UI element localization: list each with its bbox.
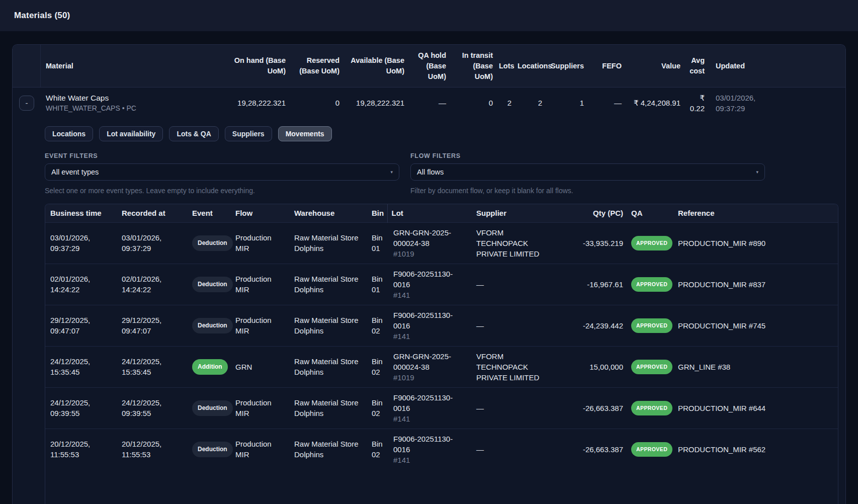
in-transit-value: 0 xyxy=(450,99,497,107)
column-header-qa: QA xyxy=(627,204,674,222)
reference-cell: GRN_LINE #38 xyxy=(674,346,838,387)
column-header-in-transit: In transit (Base UoM) xyxy=(450,50,497,82)
lot-cell: F9006-20251130-0016 #141 xyxy=(387,429,472,470)
recorded-at-cell: 29/12/2025, 09:47:07 xyxy=(118,305,188,346)
bin-cell: Bin 02 xyxy=(368,346,387,387)
qa-status-badge: APPROVED xyxy=(631,236,672,250)
column-header-available: Available (Base UoM) xyxy=(344,55,408,76)
tab-locations[interactable]: Locations xyxy=(45,126,93,141)
updated-value: 03/01/2026, 09:37:29 xyxy=(709,93,774,114)
column-header-updated: Updated xyxy=(709,61,774,71)
flow-filters-help: Filter by document flow, or keep it blan… xyxy=(410,187,765,195)
movements-table: Business time Recorded at Event Flow War… xyxy=(45,204,838,470)
collapse-toggle-button[interactable]: - xyxy=(19,96,34,111)
business-time-cell: 20/12/2025, 11:55:53 xyxy=(45,429,118,470)
warehouse-cell: Raw Material Store Dolphins xyxy=(290,429,368,470)
material-detail-panel: LocationsLot availabilityLots & QASuppli… xyxy=(13,118,845,504)
qa-cell: APPROVED xyxy=(627,305,674,346)
lot-number: F9006-20251130-0016 xyxy=(393,269,468,290)
reference-cell: PRODUCTION_MIR #644 xyxy=(674,387,838,429)
supplier-cell: VFORM TECHNOPACK PRIVATE LIMITED xyxy=(472,346,557,387)
event-filters-help: Select one or more event types. Leave em… xyxy=(45,187,399,195)
qty-cell: -33,935.219 xyxy=(557,222,627,264)
event-badge: Deduction xyxy=(192,235,233,251)
lot-sub-id: #141 xyxy=(393,331,468,342)
material-row: - White Water Caps WHITE_WATER_CAPS • PC… xyxy=(13,87,845,118)
business-time-cell: 29/12/2025, 09:47:07 xyxy=(45,305,118,346)
movements-table-container: Business time Recorded at Event Flow War… xyxy=(45,204,838,504)
reference-cell: PRODUCTION_MIR #890 xyxy=(674,222,838,264)
qa-status-badge: APPROVED xyxy=(631,318,672,333)
warehouse-cell: Raw Material Store Dolphins xyxy=(290,264,368,305)
movement-row: 20/12/2025, 11:55:53 20/12/2025, 11:55:5… xyxy=(45,429,838,470)
qa-status-badge: APPROVED xyxy=(631,277,672,292)
event-cell: Deduction xyxy=(188,387,231,429)
lot-cell: F9006-20251130-0016 #141 xyxy=(387,305,472,346)
movement-row: 02/01/2026, 14:24:22 02/01/2026, 14:24:2… xyxy=(45,264,838,305)
column-header-recorded-at: Recorded at xyxy=(118,204,188,222)
recorded-at-cell: 02/01/2026, 14:24:22 xyxy=(118,264,188,305)
reference-cell: PRODUCTION_MIR #837 xyxy=(674,264,838,305)
fefo-value: — xyxy=(588,99,626,107)
supplier-cell: VFORM TECHNOPACK PRIVATE LIMITED xyxy=(472,222,557,264)
topbar: Materials (50) xyxy=(0,0,858,31)
bin-cell: Bin 02 xyxy=(368,429,387,470)
movement-row: 29/12/2025, 09:47:07 29/12/2025, 09:47:0… xyxy=(45,305,838,346)
on-hand-value: 19,28,222.321 xyxy=(224,99,290,107)
movement-row: 24/12/2025, 09:39:55 24/12/2025, 09:39:5… xyxy=(45,387,838,429)
column-header-qa-hold: QA hold (Base UoM) xyxy=(408,50,450,82)
material-name: White Water Caps xyxy=(46,94,220,103)
flow-cell: GRN xyxy=(231,346,290,387)
movement-row: 03/01/2026, 09:37:29 03/01/2026, 09:37:2… xyxy=(45,222,838,264)
lot-number: F9006-20251130-0016 xyxy=(393,434,468,455)
lot-sub-id: #1019 xyxy=(393,248,468,259)
flow-cell: Production MIR xyxy=(231,429,290,470)
detail-tabs: LocationsLot availabilityLots & QASuppli… xyxy=(45,126,838,141)
lot-number: F9006-20251130-0016 xyxy=(393,310,468,331)
flow-select[interactable]: All flows ▾ xyxy=(410,163,765,181)
flow-cell: Production MIR xyxy=(231,305,290,346)
column-header-qty: Qty (PC) xyxy=(557,204,627,222)
qa-status-badge: APPROVED xyxy=(631,360,672,374)
lot-sub-id: #141 xyxy=(393,290,468,300)
column-header-supplier: Supplier xyxy=(472,204,557,222)
recorded-at-cell: 24/12/2025, 09:39:55 xyxy=(118,387,188,429)
business-time-cell: 02/01/2026, 14:24:22 xyxy=(45,264,118,305)
business-time-cell: 03/01/2026, 09:37:29 xyxy=(45,222,118,264)
qa-status-badge: APPROVED xyxy=(631,401,672,415)
lot-number: GRN-GRN-2025-000024-38 xyxy=(393,227,468,248)
bin-cell: Bin 01 xyxy=(368,264,387,305)
movements-header-row: Business time Recorded at Event Flow War… xyxy=(45,204,838,222)
tab-movements[interactable]: Movements xyxy=(278,126,332,141)
warehouse-cell: Raw Material Store Dolphins xyxy=(290,222,368,264)
supplier-cell: — xyxy=(472,387,557,429)
qa-status-badge: APPROVED xyxy=(631,442,672,457)
flow-cell: Production MIR xyxy=(231,264,290,305)
suppliers-value: 1 xyxy=(546,99,588,107)
locations-value: 2 xyxy=(513,99,546,107)
materials-header-row: Material On hand (Base UoM) Reserved (Ba… xyxy=(13,45,845,87)
flow-filters-label: FLOW FILTERS xyxy=(410,152,765,159)
material-code: WHITE_WATER_CAPS • PC xyxy=(46,104,220,112)
tab-suppliers[interactable]: Suppliers xyxy=(225,126,272,141)
column-header-reserved: Reserved (Base UoM) xyxy=(290,55,344,76)
qty-cell: -24,239.442 xyxy=(557,305,627,346)
business-time-cell: 24/12/2025, 09:39:55 xyxy=(45,387,118,429)
flow-filters-group: FLOW FILTERS All flows ▾ Filter by docum… xyxy=(410,152,765,195)
column-header-suppliers: Suppliers xyxy=(546,61,588,71)
event-type-select[interactable]: All event types ▾ xyxy=(45,163,399,181)
event-badge: Addition xyxy=(192,359,228,375)
lot-cell: F9006-20251130-0016 #141 xyxy=(387,264,472,305)
reference-cell: PRODUCTION_MIR #745 xyxy=(674,305,838,346)
column-header-locations: Locations xyxy=(513,61,546,71)
event-badge: Deduction xyxy=(192,277,233,292)
event-badge: Deduction xyxy=(192,442,233,457)
value-value: ₹ 4,24,208.91 xyxy=(626,99,684,108)
lot-cell: GRN-GRN-2025-000024-38 #1019 xyxy=(387,346,472,387)
tab-lot-availability[interactable]: Lot availability xyxy=(99,126,163,141)
tab-lots-qa[interactable]: Lots & QA xyxy=(169,126,218,141)
event-cell: Deduction xyxy=(188,305,231,346)
qa-cell: APPROVED xyxy=(627,429,674,470)
recorded-at-cell: 20/12/2025, 11:55:53 xyxy=(118,429,188,470)
event-cell: Deduction xyxy=(188,429,231,470)
